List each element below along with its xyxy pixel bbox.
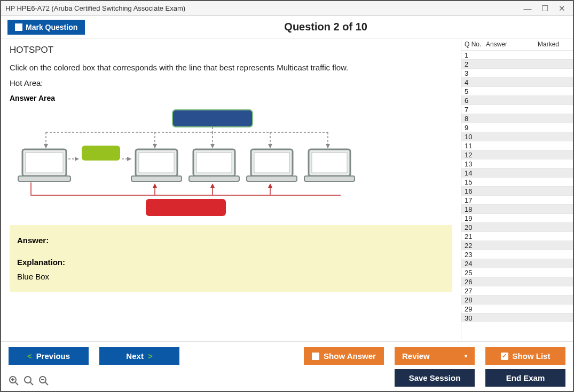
app-window: HP HPE6-A72 (Aruba Certified Switching A…: [0, 0, 574, 392]
minimize-icon[interactable]: —: [524, 5, 531, 12]
qno-cell: 19: [465, 214, 486, 222]
svg-line-32: [45, 382, 48, 385]
question-header: Question 2 of 10: [85, 21, 567, 33]
list-item[interactable]: 5: [461, 86, 573, 95]
window-title: HP HPE6-A72 (Aruba Certified Switching A…: [5, 4, 524, 12]
svg-rect-9: [18, 176, 70, 181]
list-item[interactable]: 3: [461, 68, 573, 77]
svg-marker-0: [44, 144, 48, 148]
show-list-label: Show List: [513, 351, 551, 361]
answer-panel: Answer: Explanation: Blue Box: [10, 225, 452, 292]
red-box[interactable]: [146, 199, 226, 216]
list-item[interactable]: 28: [461, 295, 573, 304]
list-item[interactable]: 25: [461, 268, 573, 277]
qno-cell: 20: [465, 223, 486, 231]
hotspot-diagram[interactable]: [10, 106, 357, 218]
list-item[interactable]: 13: [461, 159, 573, 168]
list-item[interactable]: 18: [461, 204, 573, 213]
list-item[interactable]: 21: [461, 231, 573, 241]
list-item[interactable]: 8: [461, 114, 573, 123]
show-answer-button[interactable]: Show Answer: [304, 347, 384, 365]
save-session-button[interactable]: Save Session: [395, 369, 475, 387]
list-item[interactable]: 11: [461, 141, 573, 150]
dropdown-icon: ▾: [465, 353, 467, 359]
qno-cell: 1: [465, 51, 486, 59]
green-box[interactable]: [82, 146, 120, 161]
list-item[interactable]: 14: [461, 168, 573, 177]
col-marked: Marked: [523, 41, 570, 48]
list-item[interactable]: 24: [461, 259, 573, 268]
qno-cell: 26: [465, 278, 486, 286]
list-item[interactable]: 16: [461, 186, 573, 195]
answer-label: Answer:: [17, 236, 445, 245]
zoom-controls: [9, 375, 49, 386]
svg-marker-22: [153, 183, 157, 188]
qno-cell: 17: [465, 196, 486, 204]
hot-area-label: Hot Area:: [10, 78, 452, 87]
qno-cell: 8: [465, 115, 486, 123]
checkbox-icon: [15, 23, 22, 31]
review-button[interactable]: Review ▾: [395, 347, 475, 365]
list-item[interactable]: 29: [461, 304, 573, 313]
col-answer: Answer: [486, 41, 523, 48]
qno-cell: 29: [465, 305, 486, 313]
titlebar: HP HPE6-A72 (Aruba Certified Switching A…: [1, 1, 573, 16]
list-item[interactable]: 15: [461, 177, 573, 186]
question-list[interactable]: 1234567891011121314151617181920212223242…: [461, 50, 573, 341]
list-item[interactable]: 27: [461, 286, 573, 295]
qno-cell: 28: [465, 296, 486, 304]
svg-rect-20: [312, 153, 347, 173]
list-item[interactable]: 9: [461, 123, 573, 132]
mark-question-button[interactable]: Mark Question: [7, 20, 85, 35]
svg-point-29: [25, 377, 31, 383]
svg-rect-8: [26, 153, 63, 173]
list-item[interactable]: 12: [461, 150, 573, 159]
svg-rect-21: [304, 176, 355, 181]
laptop-icon: [18, 149, 355, 181]
close-icon[interactable]: ✕: [558, 5, 565, 12]
list-item[interactable]: 30: [461, 313, 573, 322]
footer-row-2: Save Session End Exam: [9, 369, 565, 387]
svg-marker-1: [153, 144, 157, 148]
svg-marker-3: [268, 144, 272, 148]
qno-cell: 16: [465, 187, 486, 195]
qno-cell: 6: [465, 97, 486, 105]
zoom-reset-icon[interactable]: [23, 375, 34, 386]
svg-line-26: [15, 382, 18, 385]
show-list-button[interactable]: ✓ Show List: [485, 347, 565, 365]
zoom-out-icon[interactable]: [38, 375, 49, 386]
list-item[interactable]: 4: [461, 77, 573, 86]
zoom-in-icon[interactable]: [9, 375, 19, 386]
list-item[interactable]: 23: [461, 250, 573, 259]
previous-button[interactable]: < Previous: [9, 347, 89, 365]
svg-rect-14: [196, 153, 232, 173]
next-button[interactable]: Next >: [99, 347, 179, 365]
svg-marker-24: [268, 183, 272, 188]
list-item[interactable]: 19: [461, 213, 573, 222]
list-item[interactable]: 1: [461, 50, 573, 59]
footer: < Previous Next > Show Answer Review ▾ ✓…: [1, 341, 573, 391]
list-item[interactable]: 26: [461, 277, 573, 286]
main-panel: HOTSPOT Click on the colored box that co…: [1, 38, 461, 341]
svg-rect-11: [139, 153, 174, 173]
svg-line-30: [30, 382, 33, 385]
list-item[interactable]: 2: [461, 59, 573, 68]
list-item[interactable]: 7: [461, 105, 573, 114]
maximize-icon[interactable]: ☐: [541, 5, 548, 12]
list-item[interactable]: 17: [461, 195, 573, 204]
qno-cell: 3: [465, 69, 486, 77]
list-item[interactable]: 10: [461, 132, 573, 141]
previous-label: Previous: [36, 351, 70, 361]
qno-cell: 27: [465, 287, 486, 295]
qno-cell: 5: [465, 87, 486, 95]
chevron-left-icon: <: [27, 351, 32, 361]
blue-box[interactable]: [172, 110, 253, 127]
list-item[interactable]: 22: [461, 241, 573, 250]
list-item[interactable]: 20: [461, 222, 573, 231]
window-controls: — ☐ ✕: [524, 5, 569, 12]
list-item[interactable]: 6: [461, 95, 573, 105]
qno-cell: 25: [465, 269, 486, 277]
svg-rect-18: [247, 176, 297, 181]
check-icon: ✓: [501, 353, 508, 360]
end-exam-button[interactable]: End Exam: [485, 369, 565, 387]
